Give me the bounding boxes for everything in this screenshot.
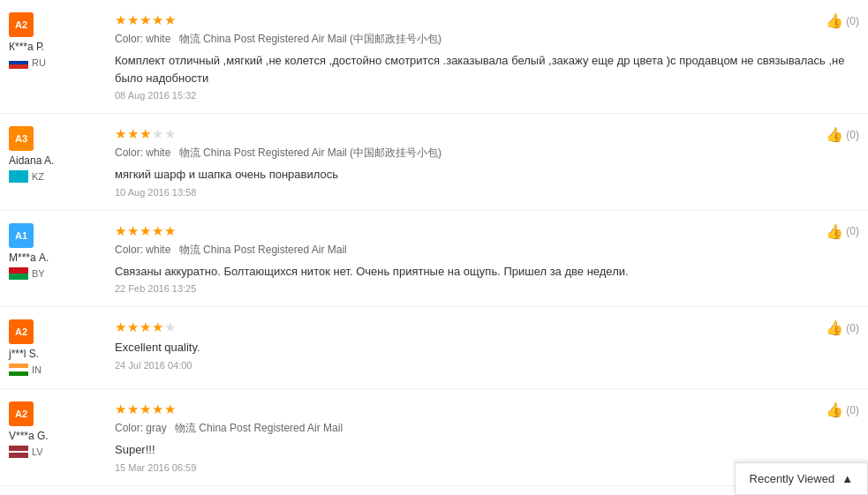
thumbs-up-icon: 👍 (826, 319, 843, 336)
color-label: Color: (115, 33, 143, 45)
star-filled-icon: ★ (115, 126, 126, 142)
country-code: BY (32, 268, 45, 279)
review-text: Super!!! (115, 441, 859, 459)
color-value: white (146, 146, 170, 159)
color-value: gray (146, 422, 166, 434)
avatar: A3 (9, 126, 34, 151)
reviewer-name: К***а Р. (9, 41, 44, 53)
star-filled-icon: ★ (115, 12, 126, 28)
recently-viewed-bar[interactable]: Recently Viewed ▲ (735, 462, 868, 495)
thumbs-up-icon: 👍 (826, 126, 843, 143)
review-item: A1М***а А.BY★★★★★Color: white 物流 China P… (0, 211, 868, 308)
like-count: (0) (846, 15, 859, 27)
review-meta: Color: gray 物流 China Post Registered Air… (115, 421, 859, 436)
like-count: (0) (846, 129, 859, 141)
review-item: A3Aidana A.KZ★★★★★Color: white 物流 China … (0, 114, 868, 211)
country-code: LV (32, 446, 43, 457)
thumbs-up-icon: 👍 (826, 401, 843, 418)
star-rating: ★★★★★ (115, 401, 859, 417)
review-text: мягкий шарф и шапка очень понравилось (115, 166, 859, 184)
country-flag-icon (9, 170, 28, 183)
logistics-label: 物流 China Post Registered Air Mail (176, 244, 346, 256)
color-value: white (146, 244, 170, 256)
like-button[interactable]: 👍(0) (826, 319, 859, 336)
color-label: Color: (115, 146, 143, 159)
star-empty-icon: ★ (164, 319, 176, 335)
star-filled-icon: ★ (127, 401, 139, 417)
color-label: Color: (115, 422, 143, 434)
country-flag-icon (9, 364, 28, 376)
country-flag-icon (9, 56, 28, 69)
country-flag-icon (9, 446, 28, 458)
star-empty-icon: ★ (152, 126, 163, 142)
star-filled-icon: ★ (152, 401, 163, 417)
reviewer-info: A2К***а Р.RU (9, 12, 106, 101)
reviewer-country: KZ (9, 170, 44, 183)
like-button[interactable]: 👍(0) (826, 12, 859, 29)
recently-viewed-label: Recently Viewed (750, 472, 835, 485)
review-meta: Color: white 物流 China Post Registered Ai… (115, 32, 859, 47)
avatar: A1 (9, 223, 34, 248)
star-rating: ★★★★★ (115, 126, 859, 142)
reviewer-name: V***а G. (9, 430, 49, 442)
review-date: 22 Feb 2016 13:25 (115, 283, 859, 294)
star-filled-icon: ★ (127, 223, 139, 239)
thumbs-up-icon: 👍 (826, 12, 843, 29)
star-filled-icon: ★ (140, 126, 151, 142)
reviews-container: A2К***а Р.RU★★★★★Color: white 物流 China P… (0, 0, 868, 495)
star-filled-icon: ★ (140, 12, 151, 28)
reviewer-name: Aidana A. (9, 154, 54, 167)
thumbs-up-icon: 👍 (826, 223, 843, 240)
review-text: Комплект отличный ,мягкий ,не колется ,д… (115, 52, 859, 86)
reviewer-info: A1М***а А.BY (9, 223, 106, 295)
star-filled-icon: ★ (127, 12, 139, 28)
star-rating: ★★★★★ (115, 223, 859, 239)
like-button[interactable]: 👍(0) (826, 126, 859, 143)
like-count: (0) (846, 404, 859, 416)
review-item: A2j***l S.IN★★★★★Excellent quality.24 Ju… (0, 307, 868, 389)
star-filled-icon: ★ (115, 223, 126, 239)
review-date: 10 Aug 2016 13:58 (115, 187, 859, 198)
review-body: ★★★★★Color: white 物流 China Post Register… (106, 126, 859, 198)
color-label: Color: (115, 244, 143, 256)
star-filled-icon: ★ (127, 319, 139, 335)
star-filled-icon: ★ (115, 319, 126, 335)
star-filled-icon: ★ (127, 126, 139, 142)
logistics-label: 物流 China Post Registered Air Mail (172, 422, 343, 434)
reviewer-name: М***а А. (9, 251, 49, 264)
review-meta: Color: white 物流 China Post Registered Ai… (115, 146, 859, 161)
reviewer-country: IN (9, 364, 42, 376)
star-filled-icon: ★ (164, 223, 176, 239)
like-button[interactable]: 👍(0) (826, 223, 859, 240)
avatar: A2 (9, 12, 34, 37)
star-filled-icon: ★ (164, 401, 176, 417)
review-date: 08 Aug 2016 15:32 (115, 90, 859, 101)
reviewer-info: A3Aidana A.KZ (9, 126, 106, 198)
reviewer-country: RU (9, 56, 46, 69)
review-body: ★★★★★Color: white 物流 China Post Register… (106, 223, 859, 295)
country-flag-icon (9, 267, 28, 280)
reviewer-country: BY (9, 267, 45, 280)
recently-viewed-icon: ▲ (842, 472, 853, 485)
avatar: A2 (9, 319, 34, 344)
review-text: Excellent quality. (115, 339, 859, 356)
reviewer-info: A2V***а G.LV (9, 401, 106, 473)
review-body: ★★★★★Color: white 物流 China Post Register… (106, 12, 859, 101)
star-rating: ★★★★★ (115, 319, 859, 335)
review-item: A2К***а Р.RU★★★★★Color: white 物流 China P… (0, 0, 868, 114)
star-filled-icon: ★ (140, 223, 151, 239)
review-date: 24 Jul 2016 04:00 (115, 360, 859, 371)
star-filled-icon: ★ (164, 12, 176, 28)
review-body: ★★★★★Excellent quality.24 Jul 2016 04:00 (106, 319, 859, 376)
star-filled-icon: ★ (152, 319, 163, 335)
like-button[interactable]: 👍(0) (826, 401, 859, 418)
star-filled-icon: ★ (140, 401, 151, 417)
reviewer-country: LV (9, 446, 43, 458)
star-rating: ★★★★★ (115, 12, 859, 28)
review-text: Связаны аккуратно. Болтающихся ниток нет… (115, 263, 859, 281)
country-code: RU (32, 57, 46, 68)
logistics-label: 物流 China Post Registered Air Mail (中国邮政挂… (176, 146, 442, 159)
star-filled-icon: ★ (115, 401, 126, 417)
country-code: IN (32, 364, 42, 375)
color-value: white (146, 33, 170, 45)
